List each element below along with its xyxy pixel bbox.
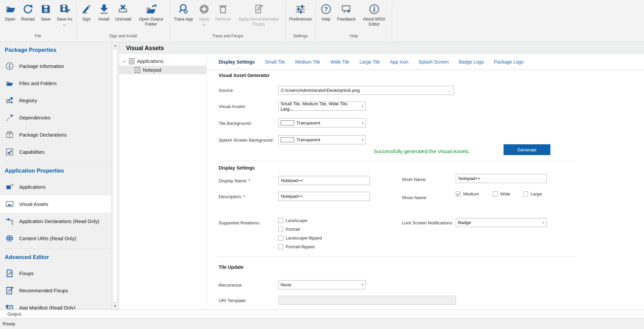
tab-splash-screen[interactable]: Splash Screen [418,60,449,65]
sidebar-item-app-manifest[interactable]: App Manifest (Read Only) [0,299,111,309]
checkbox-icon[interactable] [278,235,283,241]
color-swatch [281,137,294,142]
tree-expander-icon[interactable] [123,59,126,63]
chevron-down-icon: ▾ [362,283,363,287]
checkbox-icon[interactable] [278,244,283,249]
sign-button[interactable]: Sign [78,0,95,23]
display-name-input[interactable] [278,176,370,185]
install-button[interactable]: Install [95,0,113,23]
uri-template-input[interactable] [278,296,456,305]
visual-assets-select[interactable]: Small Tile, Medium Tile, Wide Tile, Larg… [278,102,366,111]
sidebar-item-applications[interactable]: Applications [0,178,111,195]
install-arrow-icon [98,3,110,15]
tab-small-tile[interactable]: Small Tile [265,60,285,65]
color-swatch [281,120,294,125]
tab-wide-tile[interactable]: Wide Tile [330,60,350,65]
about-info-icon [368,3,380,15]
reload-button[interactable]: Reload [19,0,37,23]
checkbox-icon[interactable] [278,227,283,232]
status-text: Ready [3,321,15,326]
tree-node-notepad[interactable]: Notepad [119,66,206,74]
sidebar-item-registry[interactable]: Registry [0,92,111,109]
rotation-landscape-flipped-checkbox[interactable]: Landscape-flipped [278,235,322,241]
sidebar-item-package-information[interactable]: Package Information [0,58,111,75]
uninstall-button[interactable]: Uninstall [113,0,134,23]
sidebar-divider [4,248,111,249]
short-name-label: Short Name: [402,177,427,182]
sidebar-item-package-declarations[interactable]: Package Declarations [0,126,111,143]
page-title: Visual Assets [119,42,644,54]
sidebar-scrollbar: ▲ ▼ [111,42,119,309]
sidebar-item-application-declarations[interactable]: Application Declarations (Read Only) [0,213,111,230]
sidebar-item-fixups[interactable]: Fixups [0,265,111,282]
apply-recommended-fixups-button[interactable]: Apply Recommended Fixups [233,0,284,28]
chevron-down-icon: ▾ [543,221,544,224]
sidebar-item-content-uris[interactable]: Content URIs (Read Only) [0,230,111,247]
preferences-sliders-icon [294,3,307,15]
rotation-portrait-flipped-checkbox[interactable]: Portrait-flipped [278,244,315,249]
save-button[interactable]: Save [37,0,55,23]
save-as-button[interactable]: Save As [55,0,75,26]
checkbox-icon[interactable] [523,191,528,196]
tab-app-icon[interactable]: App Icon [390,60,408,65]
feedback-button[interactable]: Feedback [335,0,358,23]
help-button[interactable]: ? Help [317,0,335,23]
chevron-down-icon [202,23,206,26]
sidebar-divider [4,162,111,162]
rotation-portrait-checkbox[interactable]: Portrait [278,227,300,232]
output-panel-bar[interactable]: Output [0,309,644,318]
required-asterisk: * [243,194,245,199]
tree-node-applications[interactable]: Applications [119,57,206,66]
trace-app-button[interactable]: Trace App [171,0,195,23]
apply-button[interactable]: Apply [195,0,213,26]
browse-button[interactable]: ... [445,86,454,95]
save-as-icon [59,3,71,15]
msix-editor-window: Open Reload Save [0,0,644,329]
sidebar-item-label: Registry [19,98,37,103]
splash-background-select[interactable]: Transparent ▾ [278,135,366,144]
tile-background-select[interactable]: Transparent ▾ [278,118,366,127]
rotation-landscape-checkbox[interactable]: Landscape [278,218,308,223]
source-label: Source: [219,88,234,93]
reload-icon [22,3,34,15]
recurrence-select-value: None [281,282,291,287]
preferences-button[interactable]: Preferences [287,0,314,23]
show-name-medium-checkbox[interactable]: Medium [456,191,479,196]
globe-icon [5,234,14,243]
description-input[interactable] [278,192,370,201]
checkbox-icon[interactable] [278,218,283,223]
sidebar-item-files-and-folders[interactable]: Files and Folders [0,75,111,92]
sidebar-item-visual-assets[interactable]: Visual Assets [0,195,111,213]
remove-button[interactable]: Remove [213,0,233,23]
short-name-input[interactable] [456,174,547,183]
checkbox-icon[interactable] [493,191,498,196]
navigation-sidebar: Package Properties Package Information F… [0,42,111,309]
generate-button[interactable]: Generate [504,144,550,155]
visual-assets-label: Visual Assets: [219,104,246,109]
scrollbar-down-button[interactable]: ▼ [111,303,119,309]
tab-package-logo[interactable]: Package Logo [494,60,524,65]
source-input[interactable] [279,88,445,93]
tab-medium-tile[interactable]: Medium Tile [295,60,320,65]
tree-node-label: Applications [137,59,163,64]
recurrence-label: Recurrence: [219,283,243,288]
show-name-large-checkbox[interactable]: Large [523,191,542,196]
recurrence-select[interactable]: None ▾ [278,280,366,289]
visual-assets-form: Display Settings Small Tile Medium Tile … [207,54,644,309]
tab-large-tile[interactable]: Large Tile [359,60,380,65]
scrollbar-thumb[interactable] [112,49,118,302]
tab-display-settings[interactable]: Display Settings [219,60,255,65]
tab-badge-logo[interactable]: Badge Logo [459,60,484,65]
about-msix-editor-button[interactable]: About MSIX Editor [358,0,390,28]
sidebar-item-dependencies[interactable]: Dependencies [0,109,111,126]
open-button[interactable]: Open [1,0,19,23]
registry-grid-icon [5,96,14,105]
show-name-wide-checkbox[interactable]: Wide [493,191,510,196]
sidebar-item-capabilities[interactable]: Capabilities [0,143,111,160]
open-output-folder-button[interactable]: Open Output Folder [133,0,168,28]
ribbon-group-label-file: File [1,33,75,41]
scrollbar-up-button[interactable]: ▲ [111,42,119,49]
lock-screen-notifications-select[interactable]: Badge ▾ [456,218,547,227]
checkbox-checked-icon[interactable] [456,191,461,196]
sidebar-item-recommended-fixups[interactable]: Recommended Fixups [0,282,111,299]
